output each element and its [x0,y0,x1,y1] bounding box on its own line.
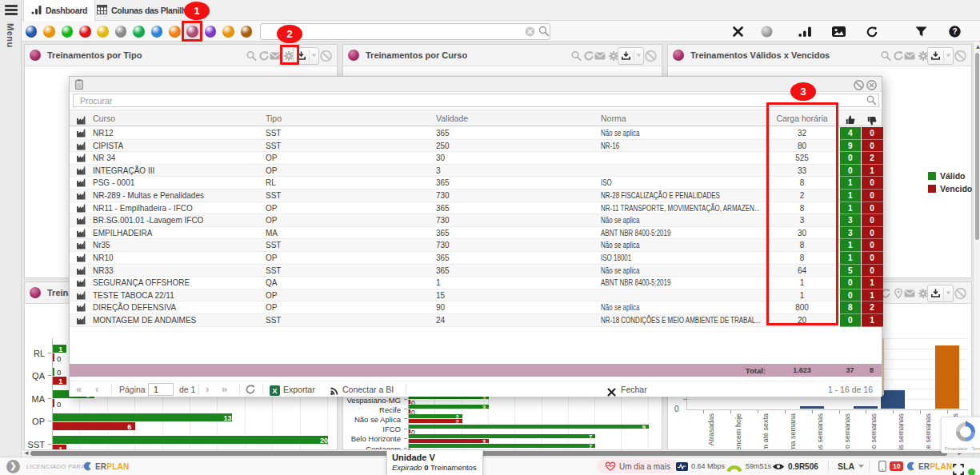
table-row[interactable]: NR 34OP3052502 [70,152,882,165]
dashboard-ball-7[interactable] [133,26,145,38]
clear-search-icon[interactable] [525,26,535,38]
sla-dropdown[interactable]: SLA [838,457,865,475]
page-number-input[interactable] [148,383,174,396]
panel-block-icon[interactable] [645,50,657,62]
um-dia-a-mais-pill[interactable]: Um dia a mais [597,459,678,473]
col-header-tipo[interactable]: Tipo [266,110,282,127]
panel-search-icon[interactable] [881,50,891,61]
scroll-left-icon[interactable]: ◄ [23,450,30,457]
recaptcha-terms[interactable]: Privacidade - Termos [945,446,980,451]
table-row[interactable]: MONTAGEM DE ANDAIMESSST24NR-18 CONDIÇÕES… [70,314,882,327]
tab-dashboard[interactable]: Dashboard [23,0,95,21]
bar-vencido[interactable] [409,429,410,433]
modal-search-icon[interactable] [866,95,877,107]
modal-search-input[interactable] [73,94,879,107]
table-row[interactable]: NR10OP365ISO 18001810 [70,252,882,265]
vertical-scrollbar[interactable]: ▲ [973,42,980,457]
table-row[interactable]: NR11 - Empilhadeira - IFCOOP365NR-11 TRA… [70,202,882,215]
scroll-up-icon[interactable]: ▲ [975,44,980,50]
col-header-curso[interactable]: Curso [93,110,115,127]
image-icon[interactable] [832,26,846,38]
dashboard-ball-5[interactable] [97,26,109,38]
bar-vencimento[interactable] [935,345,959,409]
table-row[interactable]: DIREÇÃO DEFENSIVAOP90Não se aplica80082 [70,301,882,314]
download-button[interactable] [618,47,644,65]
panel-mail-icon[interactable] [904,52,915,60]
table-row[interactable]: NR33SST365Não se aplica6450 [70,265,882,277]
bar-vencido[interactable] [409,439,489,443]
excel-icon[interactable]: X [270,385,280,401]
bar-valido[interactable] [409,425,649,429]
horizontal-scrollbar-thumb[interactable] [30,451,947,456]
panel-search-icon[interactable] [246,50,257,61]
reload-grid-icon[interactable] [245,384,256,400]
table-row[interactable]: BR.SG.001.01 -Lavagem IFCOOP730Não se ap… [70,214,882,227]
dashboard-ball-11[interactable] [205,26,217,38]
panel-map-pin-icon[interactable] [894,288,902,298]
close-button[interactable]: Fechar [621,381,647,397]
bar-vencido[interactable] [53,422,135,430]
panel-mail-icon[interactable] [904,289,915,297]
rss-bi-icon[interactable] [330,385,340,401]
bar-valido[interactable] [53,368,54,376]
table-row[interactable]: NR12SST365Não se aplica3240 [70,127,882,140]
bar-vencimento[interactable] [881,390,905,409]
vertical-scrollbar-thumb[interactable] [975,53,979,240]
table-row[interactable]: EMPILHADEIRAMA365ABNT NBR 8400-5:2019303… [70,227,882,240]
prev-page-button[interactable]: ‹ [95,381,98,397]
last-page-button[interactable]: » [222,381,227,397]
panel-block-icon[interactable] [320,50,332,62]
help-icon[interactable]: ? [949,26,961,39]
col-header-validade[interactable]: Validade [436,110,468,127]
bar-valido[interactable] [409,414,462,418]
dashboard-ball-12[interactable] [222,26,234,38]
bar-vencido[interactable] [53,353,54,361]
hamburger-menu-icon[interactable] [5,5,18,15]
recaptcha-badge[interactable]: Privacidade - Termos [941,417,980,453]
dashboard-ball-8[interactable] [151,26,163,38]
dashboard-ball-3[interactable] [62,26,74,38]
table-row[interactable]: NR-289 - Multas e PenalidadesSST730NR-28… [70,190,882,202]
bar-vencimento[interactable] [854,406,878,409]
close-dashboard-icon[interactable] [732,26,744,39]
bar-valido[interactable] [53,413,232,421]
col-header-norma[interactable]: Norma [601,110,626,127]
download-button[interactable] [927,285,954,302]
modal-block-icon[interactable] [854,80,864,92]
bar-vencido[interactable] [409,400,410,404]
bar-valido[interactable] [409,444,595,448]
bar-valido[interactable] [53,436,328,444]
dashboard-ball-9[interactable] [169,26,181,38]
download-button[interactable] [927,47,954,65]
device-notifications[interactable]: 10 [878,457,903,475]
dashboard-ball-2[interactable] [43,26,55,38]
panel-block-icon[interactable] [954,50,966,62]
dashboard-ball-1[interactable] [26,26,38,38]
first-page-button[interactable]: « [76,381,82,397]
panel-search-icon[interactable] [571,50,582,61]
panel-block-icon[interactable] [954,287,966,299]
table-row[interactable]: CIPISTASST250NR-168090 [70,140,882,153]
panel-refresh-icon[interactable] [258,50,270,62]
search-input[interactable] [260,23,550,40]
connect-bi-button[interactable]: Conectar a BI [342,381,394,397]
bar-valido[interactable] [409,405,489,409]
chart-bars-icon[interactable] [798,26,812,38]
export-button[interactable]: Exportar [283,381,315,397]
table-row[interactable]: INTEGRAÇÃO IIIOP33301 [70,165,882,178]
table-row[interactable]: PSG - 0001RL365ISO810 [70,177,882,190]
clipboard-icon[interactable] [75,79,83,91]
dashboard-ball-6[interactable] [115,26,127,38]
horizontal-scrollbar[interactable]: ◄ ► [22,450,973,457]
bar-vencido[interactable] [53,399,54,407]
table-row[interactable]: Nr35SST730Não se aplica810 [70,239,882,252]
search-submit-icon[interactable] [538,26,550,38]
bar-valido[interactable] [409,434,595,438]
panel-refresh-icon[interactable] [583,50,594,62]
panel-refresh-icon[interactable] [893,50,904,62]
refresh-icon[interactable] [866,26,878,40]
dashboard-ball-13[interactable] [241,26,253,38]
dashboard-ball-4[interactable] [79,26,91,38]
menu-vertical-label[interactable]: Menu [6,23,15,48]
modal-close-icon[interactable] [866,80,877,92]
